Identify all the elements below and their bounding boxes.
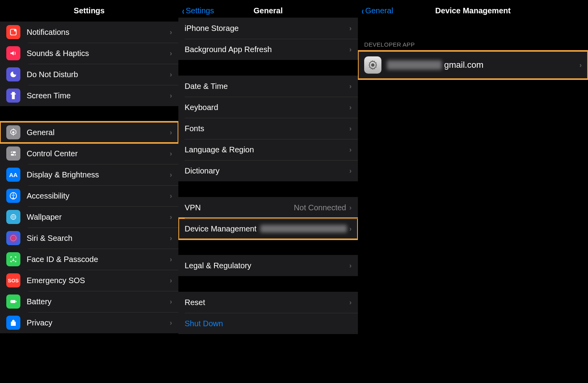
controlcenter-icon bbox=[6, 146, 20, 161]
chevron-right-icon: › bbox=[170, 255, 172, 264]
settings-row-notifications[interactable]: Notifications › bbox=[0, 22, 178, 43]
settings-row-siri[interactable]: Siri & Search › bbox=[0, 228, 178, 249]
sos-text-icon: SOS bbox=[8, 278, 18, 284]
settings-row-control-center[interactable]: Control Center › bbox=[0, 143, 178, 164]
settings-header: Settings bbox=[0, 0, 178, 22]
general-group-e: Reset › Shut Down bbox=[178, 292, 358, 334]
developer-app-row[interactable]: gmail.com › bbox=[358, 51, 588, 79]
svg-rect-12 bbox=[16, 301, 16, 302]
general-row-datetime[interactable]: Date & Time › bbox=[178, 76, 358, 97]
chevron-right-icon: › bbox=[170, 319, 172, 327]
settings-row-sos[interactable]: SOS Emergency SOS › bbox=[0, 270, 178, 291]
chevron-right-icon: › bbox=[170, 298, 172, 306]
general-row-fonts[interactable]: Fonts › bbox=[178, 118, 358, 139]
row-label: Background App Refresh bbox=[185, 45, 349, 54]
chevron-right-icon: › bbox=[349, 82, 352, 90]
row-label: Screen Time bbox=[27, 91, 170, 100]
settings-row-privacy[interactable]: Privacy › bbox=[0, 312, 178, 333]
settings-row-wallpaper[interactable]: Wallpaper › bbox=[0, 206, 178, 228]
general-row-dictionary[interactable]: Dictionary › bbox=[178, 160, 358, 181]
chevron-right-icon: › bbox=[349, 45, 352, 54]
row-label: Notifications bbox=[27, 28, 170, 37]
svg-point-1 bbox=[14, 29, 16, 32]
dnd-icon bbox=[6, 67, 20, 81]
chevron-right-icon: › bbox=[170, 150, 172, 158]
settings-row-faceid[interactable]: Face ID & Passcode › bbox=[0, 249, 178, 270]
general-row-language[interactable]: Language & Region › bbox=[178, 139, 358, 160]
general-row-device-management[interactable]: Device Management › bbox=[178, 218, 358, 239]
row-label: Device Management bbox=[185, 224, 256, 233]
dm-header: ‹ General Device Management bbox=[358, 0, 588, 22]
general-row-reset[interactable]: Reset › bbox=[178, 292, 358, 313]
settings-title: Settings bbox=[74, 6, 105, 15]
chevron-right-icon: › bbox=[349, 225, 352, 233]
settings-row-general[interactable]: General › bbox=[0, 122, 178, 143]
back-to-settings-button[interactable]: ‹ Settings bbox=[181, 6, 214, 16]
group-spacer bbox=[178, 60, 358, 76]
row-label: Language & Region bbox=[185, 145, 349, 154]
general-icon bbox=[6, 125, 20, 139]
settings-panel: Settings Notifications › Sounds & Haptic… bbox=[0, 0, 178, 383]
row-label: Wallpaper bbox=[27, 213, 170, 222]
device-management-panel: ‹ General Device Management Developer Ap… bbox=[358, 0, 588, 383]
general-row-vpn[interactable]: VPN Not Connected › bbox=[178, 197, 358, 218]
chevron-right-icon: › bbox=[349, 125, 352, 133]
general-row-keyboard[interactable]: Keyboard › bbox=[178, 97, 358, 118]
general-row-shutdown[interactable]: Shut Down bbox=[178, 313, 358, 334]
chevron-right-icon: › bbox=[349, 103, 352, 112]
general-row-storage[interactable]: iPhone Storage › bbox=[178, 18, 358, 39]
blurred-detail bbox=[260, 225, 347, 233]
settings-row-display[interactable]: AA Display & Brightness › bbox=[0, 164, 178, 185]
chevron-right-icon: › bbox=[170, 213, 172, 221]
settings-group-b: General › Control Center › AA Display & … bbox=[0, 122, 178, 333]
settings-row-screentime[interactable]: Screen Time › bbox=[0, 85, 178, 106]
row-label: Shut Down bbox=[185, 319, 352, 328]
chevron-left-icon: ‹ bbox=[182, 6, 184, 16]
group-spacer bbox=[178, 239, 358, 255]
row-label: Legal & Regulatory bbox=[185, 261, 349, 270]
profile-gear-icon bbox=[364, 56, 381, 74]
chevron-right-icon: › bbox=[170, 171, 172, 179]
row-value: Not Connected bbox=[294, 203, 346, 212]
row-label: VPN bbox=[185, 203, 294, 212]
group-spacer bbox=[178, 181, 358, 197]
general-group-d: Legal & Regulatory › bbox=[178, 255, 358, 276]
dm-title: Device Management bbox=[435, 6, 510, 15]
row-label: Emergency SOS bbox=[27, 276, 170, 285]
row-label: Face ID & Passcode bbox=[27, 255, 170, 264]
notifications-icon bbox=[6, 25, 20, 39]
row-label: Reset bbox=[185, 298, 349, 307]
settings-row-dnd[interactable]: Do Not Disturb › bbox=[0, 64, 178, 85]
svg-point-8 bbox=[13, 193, 14, 195]
chevron-right-icon: › bbox=[349, 262, 352, 270]
chevron-right-icon: › bbox=[349, 167, 352, 175]
row-label: Date & Time bbox=[185, 82, 349, 91]
row-label: Sounds & Haptics bbox=[27, 49, 170, 58]
back-to-general-button[interactable]: ‹ General bbox=[361, 6, 393, 16]
general-row-bgrefresh[interactable]: Background App Refresh › bbox=[178, 39, 358, 60]
battery-icon bbox=[6, 294, 20, 309]
svg-point-10 bbox=[11, 235, 16, 241]
settings-row-battery[interactable]: Battery › bbox=[0, 291, 178, 312]
screentime-icon bbox=[6, 89, 20, 103]
svg-point-5 bbox=[11, 152, 13, 153]
settings-row-sounds[interactable]: Sounds & Haptics › bbox=[0, 43, 178, 64]
general-row-legal[interactable]: Legal & Regulatory › bbox=[178, 255, 358, 276]
wallpaper-icon bbox=[6, 210, 20, 224]
row-label: General bbox=[27, 128, 170, 137]
row-label: Privacy bbox=[27, 318, 170, 327]
general-title: General bbox=[254, 6, 283, 15]
chevron-right-icon: › bbox=[170, 70, 172, 79]
general-group-a: iPhone Storage › Background App Refresh … bbox=[178, 18, 358, 60]
sos-icon: SOS bbox=[6, 273, 20, 287]
developer-email-suffix: gmail.com bbox=[444, 60, 483, 70]
row-label: Display & Brightness bbox=[27, 170, 170, 179]
dm-group: gmail.com › bbox=[358, 51, 588, 79]
general-group-c: VPN Not Connected › Device Management › bbox=[178, 197, 358, 239]
settings-row-accessibility[interactable]: Accessibility › bbox=[0, 185, 178, 206]
chevron-right-icon: › bbox=[170, 234, 172, 242]
chevron-right-icon: › bbox=[579, 61, 582, 69]
chevron-right-icon: › bbox=[349, 204, 352, 212]
blurred-email-prefix bbox=[387, 60, 442, 70]
group-spacer bbox=[0, 106, 178, 122]
